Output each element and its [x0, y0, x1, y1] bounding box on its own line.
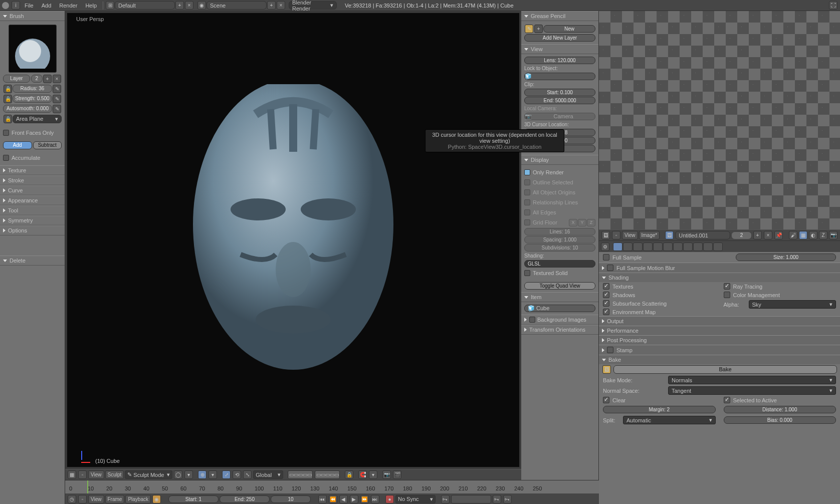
uv-alpha-icon[interactable]: ◐ [809, 231, 817, 239]
mode-select[interactable]: ✎Sculpt Mode▾ [125, 470, 172, 479]
end-frame-field[interactable]: End: 250 [220, 495, 270, 503]
axis-z-toggle[interactable]: Z [587, 219, 595, 226]
view-menu[interactable]: View [88, 470, 104, 479]
scene-add-icon[interactable]: + [267, 1, 276, 10]
glsl-select[interactable]: GLSL [524, 260, 595, 268]
scene-icon[interactable]: ◉ [197, 1, 206, 10]
raytrace-checkbox[interactable] [724, 283, 730, 290]
world-tab-icon[interactable] [633, 242, 643, 251]
display-panel-header[interactable]: Display [521, 155, 598, 165]
menu-add[interactable]: Add [38, 3, 56, 9]
axis-x-toggle[interactable]: X [569, 219, 577, 226]
material-tab-icon[interactable] [683, 242, 693, 251]
layer-del-icon[interactable]: × [53, 75, 61, 83]
gp-new-button[interactable]: New [543, 25, 595, 33]
render-opengl-icon[interactable]: 📷 [382, 470, 391, 479]
radius-pressure-icon[interactable]: ✎ [53, 85, 61, 93]
stamp-checkbox[interactable] [607, 347, 613, 353]
menu-file[interactable]: File [21, 3, 38, 9]
accumulate-checkbox[interactable] [3, 155, 9, 161]
textured-solid-checkbox[interactable] [524, 270, 530, 276]
options-panel-header[interactable]: Options [0, 225, 65, 235]
key-insert-icon[interactable]: 🗝 [493, 495, 501, 503]
view-panel-header[interactable]: View [521, 44, 598, 54]
fsm-blur-header[interactable]: Full Sample Motion Blur [599, 263, 840, 273]
radius-field[interactable]: Radius: 36 [13, 85, 52, 93]
grease-pencil-header[interactable]: Grease Pencil [521, 11, 598, 21]
key-next-icon[interactable]: ⏩ [360, 495, 369, 503]
tl-range-icon[interactable]: ◉ [152, 495, 161, 503]
key-delete-icon[interactable]: 🗝 [503, 495, 512, 503]
fsm-blur-checkbox[interactable] [607, 265, 613, 271]
texture-tab-icon[interactable] [693, 242, 703, 251]
manipulator-scale-icon[interactable]: ⤡ [243, 470, 252, 479]
layer-index[interactable]: 2 [31, 75, 43, 83]
clip-start-field[interactable]: Start: 0.100 [524, 89, 595, 96]
item-panel-header[interactable]: Item [521, 292, 598, 302]
menu-help[interactable]: Help [81, 3, 101, 9]
jump-end-icon[interactable]: ⏭ [371, 495, 379, 503]
uv-collapse-icon[interactable]: ◦ [612, 231, 620, 239]
record-icon[interactable]: ● [385, 495, 394, 503]
keying-set-field[interactable] [451, 495, 491, 503]
timeline-collapse-icon[interactable]: ◦ [78, 495, 87, 503]
info-editor-icon[interactable]: i [12, 1, 20, 10]
manipulator-rotate-icon[interactable]: ⟲ [233, 470, 241, 479]
start-frame-field[interactable]: Start: 1 [168, 495, 219, 503]
uv-paint-icon[interactable]: 🖌 [789, 231, 797, 239]
texture-panel-header[interactable]: Texture [0, 165, 65, 175]
appearance-panel-header[interactable]: Appearance [0, 195, 65, 205]
keying-set-icon[interactable]: 🗝 [441, 495, 450, 503]
layers-row2-icon[interactable]: ▭▭▭▭▭ [315, 470, 340, 479]
layer-add-icon[interactable]: + [43, 75, 52, 83]
clear-checkbox[interactable] [603, 397, 609, 403]
collapse-menu-icon[interactable]: ◦ [78, 470, 87, 479]
envmap-checkbox[interactable] [603, 309, 609, 315]
full-sample-checkbox[interactable] [603, 254, 609, 261]
sss-checkbox[interactable] [603, 300, 609, 307]
uv-view[interactable] [599, 11, 840, 229]
snap-icon[interactable]: 🧲 [358, 470, 367, 479]
gp-add-layer-button[interactable]: Add New Layer [524, 34, 595, 42]
direction-subtract-button[interactable]: Subtract [33, 141, 62, 149]
toggle-quad-button[interactable]: Toggle Quad View [524, 282, 595, 290]
autosmooth-pressure-icon[interactable]: ✎ [53, 105, 61, 113]
brush-thumbnail[interactable] [9, 25, 57, 73]
key-prev-icon[interactable]: ⏪ [329, 495, 337, 503]
play-rev-icon[interactable]: ◀ [339, 495, 348, 503]
bake-header[interactable]: Bake [599, 355, 840, 364]
uv-z-icon[interactable]: Z [819, 231, 827, 239]
data-tab-icon[interactable] [673, 242, 683, 251]
transform-ori-header[interactable]: Transform Orientations [521, 325, 598, 335]
only-render-checkbox[interactable] [524, 169, 530, 175]
shading-solid-icon[interactable]: ◯ [174, 470, 182, 479]
textures-checkbox[interactable] [603, 283, 609, 290]
strength-lock-icon[interactable]: 🔒 [4, 95, 12, 103]
jump-start-icon[interactable]: ⏮ [318, 495, 327, 503]
delete-panel-header[interactable]: Delete [0, 256, 65, 266]
axis-y-toggle[interactable]: Y [578, 219, 586, 226]
uv-pin-icon[interactable]: 📌 [774, 231, 783, 239]
curve-panel-header[interactable]: Curve [0, 185, 65, 195]
split-select[interactable]: Automatic▾ [623, 416, 716, 424]
bias-field[interactable]: Bias: 0.000 [724, 416, 836, 424]
front-faces-checkbox[interactable] [3, 130, 9, 136]
bake-button[interactable]: Bake [613, 365, 837, 374]
strength-field[interactable]: Strength: 0.500 [13, 95, 52, 103]
uv-image-del-icon[interactable]: × [764, 231, 772, 239]
uv-user-count[interactable]: 2 [731, 231, 752, 239]
uv-image-browse-icon[interactable]: 🖼 [665, 231, 674, 239]
pivot-select-icon[interactable]: ▾ [208, 470, 217, 479]
tl-view-menu[interactable]: View [88, 495, 104, 503]
post-processing-header[interactable]: Post Processing [599, 335, 840, 345]
brush-panel-header[interactable]: Brush [0, 11, 65, 21]
uv-view-menu[interactable]: View [622, 231, 638, 239]
strength-pressure-icon[interactable]: ✎ [53, 95, 61, 103]
uv-editor-icon[interactable]: 🖼 [601, 231, 610, 239]
stamp-header[interactable]: Stamp [599, 345, 840, 355]
plane-lock-icon[interactable]: 🔒 [4, 115, 12, 123]
bake-image-icon[interactable]: 🖼 [602, 365, 611, 374]
layout-del-icon[interactable]: × [185, 1, 193, 10]
gp-add-icon[interactable]: + [534, 25, 543, 33]
render-anim-icon[interactable]: 🎬 [393, 470, 401, 479]
